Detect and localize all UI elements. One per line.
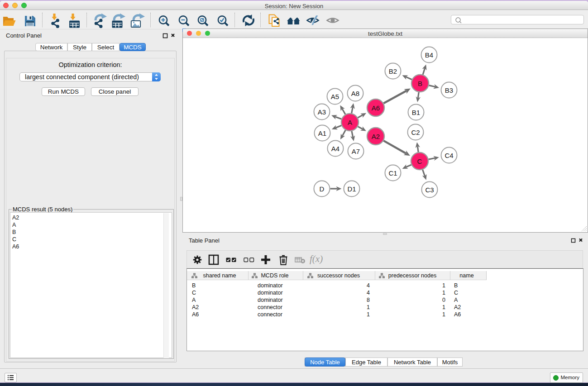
svg-text:D1: D1 <box>347 185 356 193</box>
svg-text:A8: A8 <box>351 90 359 97</box>
svg-text:C3: C3 <box>425 186 434 194</box>
svg-text:B1: B1 <box>412 109 420 116</box>
svg-text:B: B <box>418 80 422 87</box>
svg-text:A6: A6 <box>372 104 380 112</box>
svg-text:B2: B2 <box>389 67 397 75</box>
svg-text:A4: A4 <box>331 145 339 152</box>
svg-text:A1: A1 <box>318 129 326 137</box>
svg-text:A2: A2 <box>372 133 380 140</box>
svg-text:C1: C1 <box>388 169 397 177</box>
svg-text:A3: A3 <box>318 108 326 116</box>
svg-text:D: D <box>320 185 325 193</box>
svg-text:A: A <box>348 119 352 126</box>
svg-text:C: C <box>417 157 422 165</box>
svg-text:B4: B4 <box>425 51 433 59</box>
svg-text:A7: A7 <box>352 148 360 155</box>
svg-text:A5: A5 <box>331 93 339 100</box>
svg-text:B3: B3 <box>445 86 453 94</box>
svg-text:C2: C2 <box>411 129 420 136</box>
svg-text:C4: C4 <box>445 152 453 159</box>
